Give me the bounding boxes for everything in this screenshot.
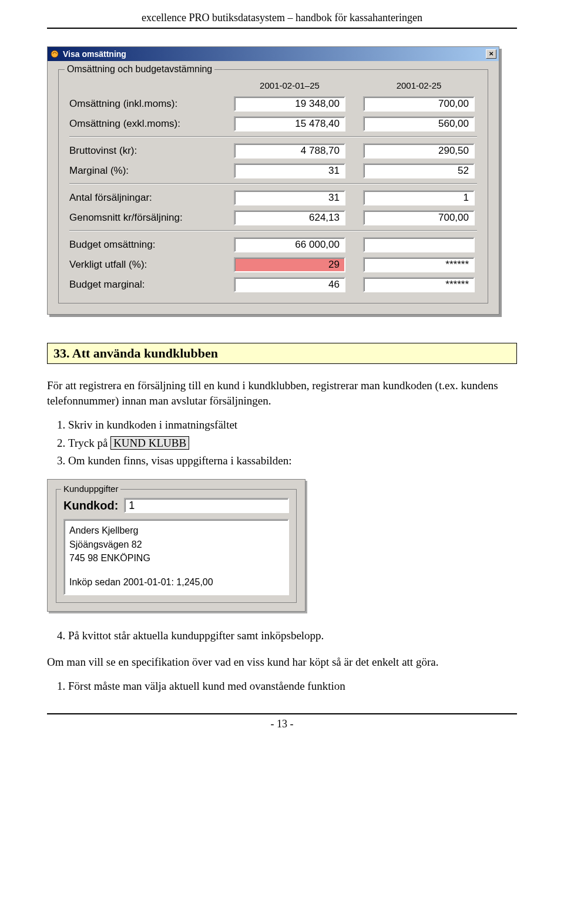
value-a: 31 <box>234 163 345 178</box>
step-2-text: Tryck på <box>68 437 110 449</box>
value-b: ****** <box>363 277 475 292</box>
column-b-header: 2001-02-25 <box>363 80 475 90</box>
steps-list-3: Först måste man välja aktuell kund med o… <box>68 677 517 695</box>
step-5: Först måste man välja aktuell kund med o… <box>68 677 517 695</box>
customer-city: 745 98 ENKÖPING <box>69 551 283 565</box>
group-legend: Omsättning och budgetavstämning <box>65 64 214 75</box>
row-genomsnitt: Genomsnitt kr/försäljning: 624,13 700,00 <box>69 208 477 228</box>
close-button[interactable]: ✕ <box>486 49 496 59</box>
row-antal: Antal försäljningar: 31 1 <box>69 188 477 208</box>
label: Omsättning (inkl.moms): <box>69 98 234 110</box>
value-a: 46 <box>234 277 345 292</box>
separator <box>69 230 477 231</box>
kundkod-field[interactable]: 1 <box>124 498 289 513</box>
step-3: Om kunden finns, visas uppgifterna i kas… <box>68 452 517 470</box>
customer-name: Anders Kjellberg <box>69 524 283 537</box>
label: Omsättning (exkl.moms): <box>69 118 234 130</box>
value-a: 31 <box>234 190 345 205</box>
value-a: 15 478,40 <box>234 116 345 131</box>
value-b: 290,50 <box>363 143 475 159</box>
value-a: 4 788,70 <box>234 143 345 159</box>
value-b: 560,00 <box>363 116 475 131</box>
kundkod-label: Kundkod: <box>63 499 118 512</box>
value-a: 624,13 <box>234 210 345 225</box>
customer-legend: Kunduppgifter <box>61 484 120 494</box>
label: Budget omsättning: <box>69 239 234 251</box>
label: Verkligt utfall (%): <box>69 259 234 271</box>
titlebar: Visa omsättning ✕ <box>48 47 499 61</box>
row-budget-marg: Budget marginal: 46 ****** <box>69 275 477 295</box>
row-budget-oms: Budget omsättning: 66 000,00 <box>69 235 477 255</box>
value-b: 700,00 <box>363 210 475 225</box>
row-oms-exkl: Omsättning (exkl.moms): 15 478,40 560,00 <box>69 114 477 134</box>
value-b: 52 <box>363 163 475 178</box>
customer-info-area: Anders Kjellberg Sjöängsvägen 82 745 98 … <box>63 519 289 595</box>
app-icon <box>50 49 59 59</box>
svg-point-0 <box>51 50 58 58</box>
value-a: 29 <box>234 257 345 272</box>
customer-street: Sjöängsvägen 82 <box>69 538 283 551</box>
value-a: 19 348,00 <box>234 96 345 112</box>
window-title: Visa omsättning <box>63 49 126 59</box>
kundkod-row: Kundkod: 1 <box>63 498 289 513</box>
turnover-groupbox: Omsättning och budgetavstämning 2001-02-… <box>58 69 488 303</box>
label: Bruttovinst (kr): <box>69 145 234 157</box>
label: Budget marginal: <box>69 279 234 291</box>
label: Genomsnitt kr/försäljning: <box>69 212 234 224</box>
post-paragraph: Om man vill se en specifikation över vad… <box>47 655 517 670</box>
turnover-window: Visa omsättning ✕ Omsättning och budgeta… <box>47 46 499 315</box>
kund-klubb-key: KUND KLUBB <box>110 436 189 450</box>
column-a-header: 2001-02-01–25 <box>234 80 345 90</box>
row-utfall: Verkligt utfall (%): 29 ****** <box>69 255 477 275</box>
document-footer: - 13 - <box>47 713 517 730</box>
step-4: På kvittot står aktuella kunduppgifter s… <box>68 627 517 645</box>
label: Antal försäljningar: <box>69 192 234 204</box>
row-marginal: Marginal (%): 31 52 <box>69 161 477 181</box>
column-headers: 2001-02-01–25 2001-02-25 <box>69 80 477 90</box>
value-b <box>363 237 475 252</box>
label: Marginal (%): <box>69 165 234 177</box>
separator <box>69 183 477 184</box>
step-2: Tryck på KUND KLUBB <box>68 434 517 452</box>
document-header: excellence PRO butiksdatasystem – handbo… <box>47 12 517 29</box>
intro-paragraph: För att registrera en försäljning till e… <box>47 378 517 408</box>
value-b: 700,00 <box>363 96 475 112</box>
steps-list-2: På kvittot står aktuella kunduppgifter s… <box>68 627 517 645</box>
customer-panel: Kunduppgifter Kundkod: 1 Anders Kjellber… <box>47 479 306 612</box>
steps-list-1: Skriv in kundkoden i inmatningsfältet Tr… <box>68 416 517 470</box>
row-brutto: Bruttovinst (kr): 4 788,70 290,50 <box>69 141 477 161</box>
step-1: Skriv in kundkoden i inmatningsfältet <box>68 416 517 434</box>
value-b: 1 <box>363 190 475 205</box>
separator <box>69 136 477 137</box>
value-a: 66 000,00 <box>234 237 345 252</box>
row-oms-inkl: Omsättning (inkl.moms): 19 348,00 700,00 <box>69 94 477 114</box>
customer-purchase: Inköp sedan 2001-01-01: 1,245,00 <box>69 575 283 589</box>
section-heading: 33. Att använda kundklubben <box>47 343 517 364</box>
value-b: ****** <box>363 257 475 272</box>
